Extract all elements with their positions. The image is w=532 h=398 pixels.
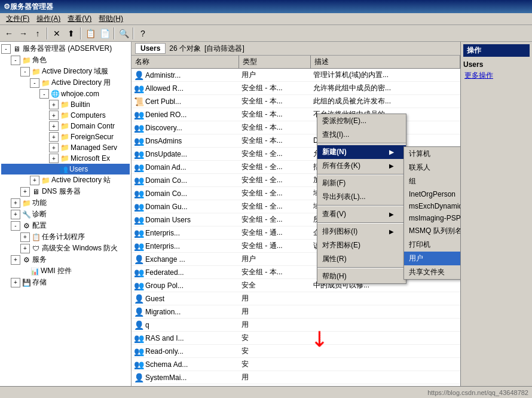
tree-expander[interactable]: +: [49, 132, 59, 142]
context-menu-item[interactable]: 帮助(H): [317, 270, 406, 283]
tree-node-features[interactable]: +📁功能: [1, 197, 130, 209]
context-menu-item[interactable]: 新建(N)▶: [317, 145, 406, 159]
tree-node-services[interactable]: +⚙服务: [1, 254, 130, 265]
tree-expander[interactable]: +: [11, 278, 20, 287]
submenu-item[interactable]: MSMQ 队列别名: [404, 224, 460, 238]
tree-node-ad-users[interactable]: -📁Active Directory 用: [1, 77, 130, 88]
submenu-item[interactable]: 用户: [404, 252, 460, 265]
submenu-item[interactable]: 组: [404, 174, 460, 188]
table-row[interactable]: 👥 Denied RO... 安全组 - 本... 不允许将此组中成员的...: [132, 108, 460, 121]
col-name[interactable]: 名称: [132, 56, 239, 68]
context-menu-item[interactable]: 导出列表(L)...: [317, 190, 406, 204]
tree-expander[interactable]: +: [30, 176, 39, 185]
col-type[interactable]: 类型: [239, 56, 311, 68]
toolbar-search[interactable]: 🔍: [117, 27, 130, 40]
more-actions-link[interactable]: 更多操作: [463, 70, 530, 81]
tree-expander[interactable]: -: [30, 78, 39, 88]
table-row[interactable]: 👤 q 用: [132, 319, 460, 332]
tree-expander[interactable]: -: [11, 221, 20, 231]
table-row[interactable]: 👤 SystemMai... 用: [132, 371, 460, 384]
tree-expander[interactable]: +: [11, 210, 20, 219]
tree-node-users[interactable]: 👥Users: [1, 164, 130, 174]
tree-node-microsoft-exchange[interactable]: +📁Microsoft Ex: [1, 153, 130, 164]
submenu-item[interactable]: 共享文件夹: [404, 265, 460, 279]
context-menu-item[interactable]: 查找(I)...: [317, 128, 406, 142]
table-row[interactable]: 👤 Migration... 用: [132, 305, 460, 319]
toolbar-up[interactable]: ↑: [31, 27, 44, 40]
toolbar-refresh[interactable]: ⬆: [65, 27, 78, 40]
context-menu-item[interactable]: 所有任务(K)▶: [317, 159, 406, 173]
menu-help[interactable]: 帮助(H): [95, 13, 127, 25]
tree-node-wmi[interactable]: 📊WMI 控件: [1, 265, 130, 277]
tree-expander[interactable]: -: [1, 44, 11, 54]
tree-node-ad-domain[interactable]: -📁Active Directory 域服: [1, 66, 130, 77]
context-menu-item[interactable]: 委派控制(E)...: [317, 114, 406, 128]
submenu-item[interactable]: 联系人: [404, 161, 460, 174]
main-layout: -🖥服务器管理器 (ADSERVER)-📁角色-📁Active Director…: [0, 42, 532, 386]
menu-action[interactable]: 操作(A): [33, 13, 64, 25]
table-row[interactable]: 👤 SystemMai... 用: [132, 384, 460, 386]
tree-node-storage[interactable]: +💾存储: [1, 277, 130, 288]
users-tab[interactable]: Users: [135, 43, 166, 54]
tree-node-diagnostics[interactable]: +🔧诊断: [1, 209, 130, 220]
tree-expander[interactable]: -: [20, 67, 30, 76]
col-desc[interactable]: 描述: [311, 56, 460, 68]
tree-node-advanced-firewall[interactable]: +🛡高级安全 Windows 防火: [1, 243, 130, 254]
table-row[interactable]: 👤 Administr... 用户 管理计算机(域)的内置...: [132, 69, 460, 82]
context-menu-item[interactable]: 查看(V)▶: [317, 207, 406, 221]
table-row[interactable]: 👥 RAS and I... 安: [132, 332, 460, 345]
tree-node-config[interactable]: -⚙配置: [1, 220, 130, 231]
tree-node-ad-sites[interactable]: +📁Active Directory 站: [1, 174, 130, 186]
submenu-item[interactable]: msImaging-PSPs: [404, 212, 460, 224]
tree-expander[interactable]: +: [20, 232, 30, 242]
tree-node-server-manager[interactable]: -🖥服务器管理器 (ADSERVER): [1, 43, 130, 54]
tree-expander[interactable]: +: [20, 244, 30, 253]
toolbar-new[interactable]: 📄: [98, 27, 111, 40]
context-menu-item[interactable]: 排列图标(I)▶: [317, 225, 406, 238]
submenu-item[interactable]: InetOrgPerson: [404, 188, 460, 200]
tree-node-whojoe[interactable]: -🌐whojoe.com: [1, 88, 130, 99]
toolbar-help[interactable]: ?: [136, 27, 149, 40]
tree-expander[interactable]: +: [11, 198, 20, 208]
table-row[interactable]: 👥 Allowed R... 安全组 - 本... 允许将此组中成员的密...: [132, 82, 460, 95]
table-row[interactable]: 👥 Group Pol... 安全 中的成员可以修...: [132, 279, 460, 292]
tree-node-foreignsecurity[interactable]: +📁ForeignSecur: [1, 131, 130, 142]
tree-node-computers[interactable]: +📁Computers: [1, 110, 130, 121]
toolbar-back[interactable]: ←: [2, 27, 16, 40]
tree-node-builtin[interactable]: +📁Builtin: [1, 99, 130, 110]
tree-expander[interactable]: +: [49, 111, 59, 120]
toolbar-forward[interactable]: →: [17, 27, 30, 40]
submenu-item[interactable]: 打印机: [404, 238, 460, 252]
tree-expander[interactable]: +: [20, 187, 30, 197]
tree-node-managed-service[interactable]: +📁Managed Serv: [1, 142, 130, 153]
tree-label: Microsoft Ex: [71, 154, 110, 163]
tree-expander[interactable]: +: [49, 143, 59, 152]
tree-node-domain-controllers[interactable]: +📁Domain Contr: [1, 121, 130, 131]
tree-expander[interactable]: +: [11, 255, 20, 265]
context-menu-item[interactable]: 属性(R): [317, 252, 406, 266]
tree-label: Domain Contr: [71, 122, 115, 130]
menu-file[interactable]: 文件(F): [2, 13, 33, 25]
tree-expander[interactable]: +: [49, 100, 59, 109]
tree-node-dns[interactable]: +🖥DNS 服务器: [1, 186, 130, 197]
tree-expander[interactable]: -: [11, 56, 20, 65]
tree-node-roles[interactable]: -📁角色: [1, 54, 130, 66]
table-row[interactable]: 👥 Schema Ad... 安: [132, 358, 460, 371]
cell-type: 安全组 - 全...: [239, 201, 311, 212]
submenu-item[interactable]: 计算机: [404, 147, 460, 161]
context-menu-item[interactable]: 刷新(F): [317, 176, 406, 190]
table-row[interactable]: 📜 Cert Publ... 安全组 - 本... 此组的成员被允许发布...: [132, 95, 460, 108]
tree-expander[interactable]: +: [49, 154, 59, 163]
table-row[interactable]: 👥 Read-only... 安: [132, 345, 460, 358]
table-row[interactable]: 👥 Discovery... 安全组 - 本...: [132, 121, 460, 134]
table-row[interactable]: 👤 Guest 用: [132, 292, 460, 305]
toolbar-stop[interactable]: ✕: [50, 27, 63, 40]
tree-node-task-scheduler[interactable]: +📋任务计划程序: [1, 231, 130, 243]
tree-expander[interactable]: -: [39, 89, 49, 99]
context-menu-item[interactable]: 对齐图标(E): [317, 238, 406, 252]
submenu-item[interactable]: msExchDynamicDistributionList: [404, 200, 460, 212]
table-row[interactable]: 👥 DnsAdmins 安全组 - 本... DNS Administrator…: [132, 134, 460, 148]
menu-view[interactable]: 查看(V): [64, 13, 95, 25]
tree-expander[interactable]: +: [49, 121, 59, 131]
toolbar-export[interactable]: 📋: [84, 27, 97, 40]
